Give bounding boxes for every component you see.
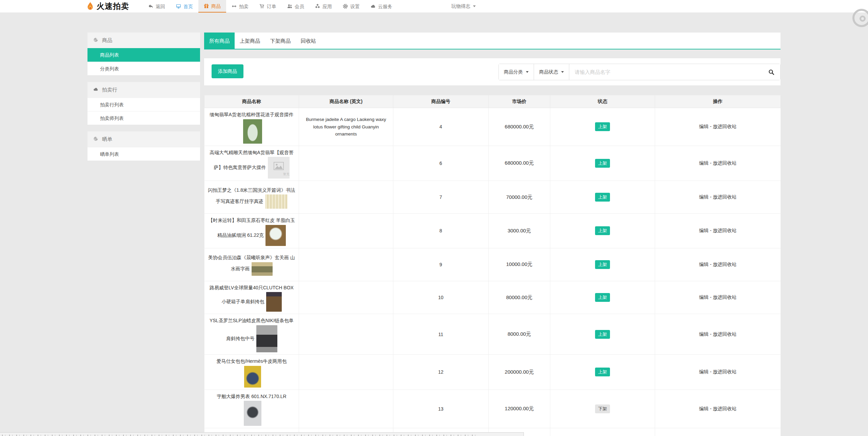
product-price-cell: 8000.00元 bbox=[489, 314, 550, 355]
product-actions-cell: 编辑 - 放进回收站 bbox=[655, 428, 781, 436]
globe-icon bbox=[93, 37, 98, 43]
column-header: 市场价 bbox=[489, 95, 550, 108]
product-price-cell: 70000.00元 bbox=[489, 181, 550, 214]
product-name-en-cell bbox=[299, 314, 393, 355]
status-badge: 上架 bbox=[595, 122, 610, 131]
users-icon bbox=[287, 4, 292, 9]
product-price-cell: 680000.00元 bbox=[489, 108, 550, 146]
recycle-link[interactable]: 放进回收站 bbox=[713, 406, 736, 411]
product-actions-cell: 编辑 - 放进回收站 bbox=[655, 354, 781, 390]
product-status-cell: 上架 bbox=[550, 281, 655, 314]
edit-link[interactable]: 编辑 bbox=[699, 194, 709, 200]
recycle-link[interactable]: 放进回收站 bbox=[713, 194, 736, 200]
product-actions-cell: 编辑 - 放进回收站 bbox=[655, 146, 781, 181]
sidebar-item-商品列表[interactable]: 商品列表 bbox=[87, 48, 200, 62]
product-name-cell: 【时来运转】和田玉原石枣红皮 羊脂白玉精品油腻细润 61.22克 bbox=[204, 214, 299, 248]
gear-icon bbox=[343, 4, 348, 9]
table-row: 宇舶大爆炸男表 601.NX.7170.LR 13 120000.00元 下架 … bbox=[204, 390, 781, 428]
brand[interactable]: 火速拍卖 bbox=[86, 0, 129, 13]
edit-link[interactable]: 编辑 bbox=[699, 262, 709, 267]
sidebar-item-拍卖师列表[interactable]: 拍卖师列表 bbox=[87, 111, 200, 125]
nav-item-1[interactable]: 返回 bbox=[143, 0, 171, 13]
desktop-icon bbox=[176, 4, 181, 9]
add-product-button[interactable]: 添加商品 bbox=[212, 64, 243, 78]
edit-link[interactable]: 编辑 bbox=[699, 369, 709, 374]
product-name-cell: 爱马仕女包包/Hermès牛皮两用包 bbox=[204, 354, 299, 390]
recycle-link[interactable]: 放进回收站 bbox=[713, 160, 736, 166]
product-price-cell: 120000.00元 bbox=[489, 390, 550, 428]
products-table: 商品名称商品名称 (英文)商品编号市场价状态操作 缅甸翡翠A货老坑糯种莲花送子观… bbox=[204, 95, 781, 436]
tab-2[interactable]: 上架商品 bbox=[235, 33, 265, 49]
browser-status-bar bbox=[0, 432, 524, 436]
edit-link[interactable]: 编辑 bbox=[699, 228, 709, 233]
table-row: 高端大气精雕天然缅甸A货翡翠【观音菩萨】特色寓意菩萨大摆件暂无图片 6 6800… bbox=[204, 146, 781, 181]
product-name-en-cell bbox=[299, 214, 393, 248]
status-badge: 上架 bbox=[595, 226, 610, 235]
product-status-cell: 上架 bbox=[550, 108, 655, 146]
table-row: 美协会员伍泊森《晨曦听泉声》玄关画 山水画字画 9 10000.00元 上架 编… bbox=[204, 248, 781, 281]
main-content: 所有商品上架商品下架商品回收站 添加商品 商品分类 商品状态 bbox=[204, 33, 781, 436]
toolbar: 添加商品 商品分类 商品状态 bbox=[204, 58, 781, 85]
sidebar-section-header: 拍卖行 bbox=[87, 82, 200, 98]
product-status-cell: 上架 bbox=[550, 214, 655, 248]
nav-item-2[interactable]: 首页 bbox=[171, 0, 198, 13]
nav-item-9[interactable]: 云服务 bbox=[365, 0, 398, 13]
product-name: YSL圣罗兰SLP油蜡皮黑色NIKI链条包单肩斜挎包中号 bbox=[210, 318, 294, 341]
product-thumbnail bbox=[265, 194, 288, 209]
nav-item-7[interactable]: 应用 bbox=[310, 0, 337, 13]
edit-link[interactable]: 编辑 bbox=[699, 331, 709, 337]
recycle-link[interactable]: 放进回收站 bbox=[713, 294, 736, 300]
product-name-en-cell bbox=[299, 181, 393, 214]
product-actions-cell: 编辑 - 放进回收站 bbox=[655, 390, 781, 428]
tab-3[interactable]: 下架商品 bbox=[265, 33, 296, 49]
nav-item-3[interactable]: 商品 bbox=[198, 0, 226, 13]
tab-4[interactable]: 回收站 bbox=[296, 33, 321, 49]
status-badge: 上架 bbox=[595, 159, 610, 168]
product-status-cell: 上架 bbox=[550, 354, 655, 390]
product-name-cell: 缅甸翡翠A货老坑糯种莲花送子观音摆件 bbox=[204, 108, 299, 146]
tab-1[interactable]: 所有商品 bbox=[204, 33, 235, 49]
products-table-panel: 商品名称商品名称 (英文)商品编号市场价状态操作 缅甸翡翠A货老坑糯种莲花送子观… bbox=[204, 95, 781, 436]
table-body: 缅甸翡翠A货老坑糯种莲花送子观音摆件 Burmese jadeite A car… bbox=[204, 108, 781, 436]
status-filter-dropdown[interactable]: 商品状态 bbox=[534, 64, 569, 80]
table-row: 缅甸翡翠A货老坑糯种莲花送子观音摆件 Burmese jadeite A car… bbox=[204, 108, 781, 146]
caret-down-icon bbox=[473, 5, 476, 7]
status-badge: 上架 bbox=[595, 293, 610, 302]
product-thumbnail: 暂无图片 bbox=[268, 157, 290, 179]
nav-item-6[interactable]: 会员 bbox=[282, 0, 310, 13]
edit-link[interactable]: 编辑 bbox=[699, 294, 709, 300]
user-menu[interactable]: 玩物得志 bbox=[451, 0, 476, 13]
search-button[interactable] bbox=[763, 64, 780, 80]
product-price-cell: 3000.00元 bbox=[489, 214, 550, 248]
recycle-link[interactable]: 放进回收站 bbox=[713, 331, 736, 337]
edit-link[interactable]: 编辑 bbox=[699, 160, 709, 166]
product-name-cell: 宇舶大爆炸男表 601.NX.7170.LR bbox=[204, 390, 299, 428]
product-id-cell: 11 bbox=[393, 314, 489, 355]
flame-logo-icon bbox=[86, 1, 95, 12]
sidebar-item-拍卖行列表[interactable]: 拍卖行列表 bbox=[87, 98, 200, 111]
sidebar-section-title: 拍卖行 bbox=[102, 87, 117, 93]
recycle-link[interactable]: 放进回收站 bbox=[713, 124, 736, 129]
category-filter-dropdown[interactable]: 商品分类 bbox=[499, 64, 534, 80]
filter-group: 商品分类 商品状态 bbox=[498, 64, 781, 80]
cart-icon bbox=[259, 4, 264, 9]
recycle-link[interactable]: 放进回收站 bbox=[713, 228, 736, 233]
sidebar-item-晒单列表[interactable]: 晒单列表 bbox=[87, 147, 200, 161]
top-navbar: 火速拍卖 返回 首页 商品 拍卖 订单 会员 应用 设置 云服务 玩物得志 bbox=[0, 0, 868, 13]
sidebar-section-header: 晒单 bbox=[87, 131, 200, 147]
product-actions-cell: 编辑 - 放进回收站 bbox=[655, 108, 781, 146]
edit-link[interactable]: 编辑 bbox=[699, 124, 709, 129]
nav-menu: 返回 首页 商品 拍卖 订单 会员 应用 设置 云服务 bbox=[143, 0, 398, 13]
nav-item-8[interactable]: 设置 bbox=[337, 0, 365, 13]
recycle-link[interactable]: 放进回收站 bbox=[713, 262, 736, 267]
nav-item-4[interactable]: 拍卖 bbox=[226, 0, 254, 13]
search-input[interactable] bbox=[569, 64, 763, 80]
sidebar-item-分类列表[interactable]: 分类列表 bbox=[87, 62, 200, 75]
floating-widget-icon[interactable] bbox=[852, 9, 868, 27]
nav-item-5[interactable]: 订单 bbox=[254, 0, 282, 13]
sidebar-section-header: 商品 bbox=[87, 33, 200, 48]
product-thumbnail bbox=[266, 292, 282, 312]
recycle-link[interactable]: 放进回收站 bbox=[713, 369, 736, 374]
product-actions-cell: 编辑 - 放进回收站 bbox=[655, 248, 781, 281]
edit-link[interactable]: 编辑 bbox=[699, 406, 709, 411]
